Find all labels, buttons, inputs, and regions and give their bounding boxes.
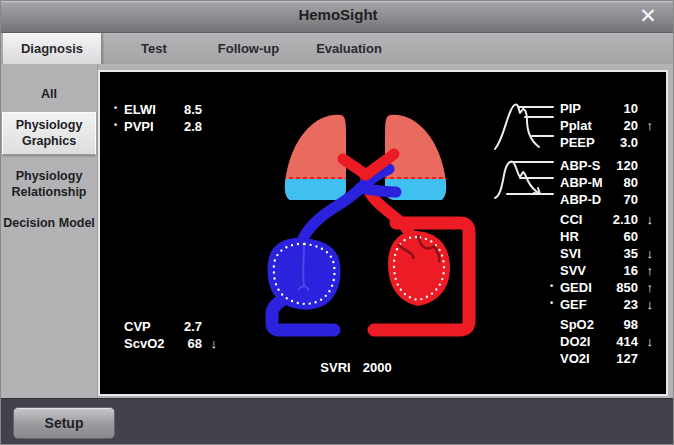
venous-params-group: CVP2.7ScvO268↓ [124, 319, 217, 353]
oxygen-params-group: SpO298DO2I414↓VO2I127 [560, 317, 653, 368]
param-value: 2.10 [607, 212, 638, 227]
content-area: All Physiology Graphics Physiology Relat… [1, 64, 674, 398]
param-row: VO2I127 [560, 351, 653, 368]
param-value: 16 [607, 263, 638, 278]
sidebar-item-decision-model[interactable]: Decision Model [3, 216, 95, 232]
trend-arrow-icon: ↓ [638, 212, 653, 227]
tab-follow-up[interactable]: Follow-up [206, 33, 291, 64]
param-value: 2.7 [171, 319, 202, 334]
param-value: 98 [607, 317, 638, 332]
param-row: ABP-D70 [560, 192, 653, 209]
window-title: HemoSight [1, 6, 674, 23]
param-marker: • [550, 281, 553, 291]
hemosight-window: HemoSight ✕ Diagnosis Test Follow-up Eva… [0, 0, 674, 445]
close-button[interactable]: ✕ [631, 2, 665, 30]
param-value: 127 [607, 351, 638, 366]
setup-button[interactable]: Setup [13, 407, 115, 439]
right-heart-shape [268, 238, 341, 310]
sidebar-item-physiology-graphics[interactable]: Physiology Graphics [2, 112, 96, 155]
param-label: ABP-S [560, 158, 607, 173]
param-row: SVV16↑ [560, 263, 653, 280]
param-label: HR [560, 229, 607, 244]
trend-arrow-icon: ↑ [638, 118, 653, 133]
param-row: PEEP3.0 [560, 135, 653, 152]
tab-test[interactable]: Test [119, 33, 189, 64]
param-row: CVP2.7 [124, 319, 217, 336]
param-label: SVI [560, 246, 607, 261]
param-label: DO2I [560, 334, 607, 349]
physiology-graphics-panel: •ELWI8.5•PVPI2.8 PIP10Pplat20↑PEEP3.0 AB… [98, 70, 668, 396]
param-row: SpO298 [560, 317, 653, 334]
param-label: ELWI [124, 102, 171, 117]
trend-arrow-icon: ↓ [638, 246, 653, 261]
param-row: •ELWI8.5 [124, 102, 217, 119]
tab-evaluation[interactable]: Evaluation [304, 33, 394, 64]
left-heart-shape [388, 231, 450, 306]
param-row: •PVPI2.8 [124, 119, 217, 136]
close-icon: ✕ [639, 4, 657, 27]
svri-readout: SVRI 2000 [296, 360, 416, 375]
param-value: 414 [607, 334, 638, 349]
tab-diagnosis[interactable]: Diagnosis [3, 33, 102, 64]
param-label: CVP [124, 319, 171, 334]
param-marker: • [114, 120, 117, 130]
sidebar: All Physiology Graphics Physiology Relat… [1, 64, 98, 398]
param-value: 80 [607, 175, 638, 190]
sidebar-item-all[interactable]: All [3, 87, 95, 103]
param-label: GEDI [560, 280, 607, 295]
param-value: 68 [171, 336, 202, 351]
param-value: 2.8 [171, 119, 202, 134]
param-label: Pplat [560, 118, 607, 133]
param-marker: • [550, 298, 553, 308]
trend-arrow-icon: ↑ [638, 280, 653, 295]
param-label: VO2I [560, 351, 607, 366]
lung-params-group: •ELWI8.5•PVPI2.8 [124, 102, 217, 136]
abp-params-group: ABP-S120ABP-M80ABP-D70 [560, 158, 653, 209]
param-row: •GEF23↓ [560, 297, 653, 314]
trend-arrow-icon: ↓ [638, 334, 653, 349]
sidebar-item-physiology-relationship[interactable]: Physiology Relationship [3, 169, 95, 200]
param-value: 23 [607, 297, 638, 312]
param-row: ScvO268↓ [124, 336, 217, 353]
param-row: ABP-S120 [560, 158, 653, 175]
param-value: 60 [607, 229, 638, 244]
param-row: PIP10 [560, 101, 653, 118]
param-value: 35 [607, 246, 638, 261]
param-label: SpO2 [560, 317, 607, 332]
param-value: 120 [607, 158, 638, 173]
param-label: ScvO2 [124, 336, 171, 351]
trend-arrow-icon: ↓ [202, 336, 217, 351]
param-row: DO2I414↓ [560, 334, 653, 351]
tab-bar: Diagnosis Test Follow-up Evaluation [1, 33, 674, 65]
circulation-diagram [248, 104, 533, 356]
svri-value: 2000 [363, 360, 392, 375]
param-label: GEF [560, 297, 607, 312]
param-label: PVPI [124, 119, 171, 134]
param-value: 70 [607, 192, 638, 207]
cardiac-params-group: CCI2.10↓HR60SVI35↓SVV16↑•GEDI850↑•GEF23↓ [560, 212, 653, 314]
trend-arrow-icon: ↓ [638, 297, 653, 312]
param-value: 10 [607, 101, 638, 116]
param-label: ABP-D [560, 192, 607, 207]
param-row: CCI2.10↓ [560, 212, 653, 229]
param-row: SVI35↓ [560, 246, 653, 263]
param-row: Pplat20↑ [560, 118, 653, 135]
param-row: HR60 [560, 229, 653, 246]
pulmonary-artery-branch2 [360, 188, 396, 192]
param-label: ABP-M [560, 175, 607, 190]
param-label: PIP [560, 101, 607, 116]
title-bar: HemoSight ✕ [1, 1, 674, 33]
param-marker: • [114, 103, 117, 113]
param-row: •GEDI850↑ [560, 280, 653, 297]
vent-params-group: PIP10Pplat20↑PEEP3.0 [560, 101, 653, 152]
param-value: 850 [607, 280, 638, 295]
footer-bar: Setup [1, 398, 674, 445]
param-label: CCI [560, 212, 607, 227]
param-row: ABP-M80 [560, 175, 653, 192]
param-label: PEEP [560, 135, 607, 150]
param-label: SVV [560, 263, 607, 278]
svri-label: SVRI [320, 360, 350, 375]
trend-arrow-icon: ↑ [638, 263, 653, 278]
param-value: 3.0 [607, 135, 638, 150]
param-value: 8.5 [171, 102, 202, 117]
